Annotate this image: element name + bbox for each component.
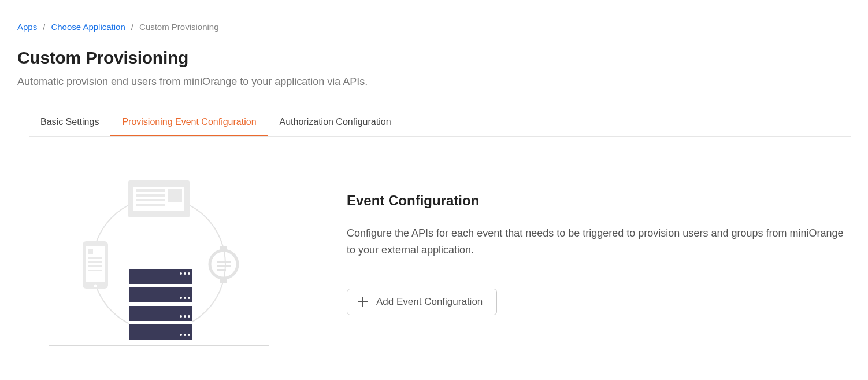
svg-rect-21 xyxy=(217,269,226,271)
svg-rect-24 xyxy=(129,306,192,321)
svg-rect-6 xyxy=(136,204,165,206)
tab-provisioning-event-configuration[interactable]: Provisioning Event Configuration xyxy=(110,108,268,136)
svg-rect-13 xyxy=(88,265,102,267)
illustration xyxy=(17,172,301,346)
breadcrumb-choose-application[interactable]: Choose Application xyxy=(51,22,125,32)
svg-rect-22 xyxy=(129,269,192,284)
svg-rect-12 xyxy=(88,261,102,263)
svg-point-15 xyxy=(94,285,97,287)
svg-rect-5 xyxy=(136,199,165,201)
svg-rect-20 xyxy=(217,265,231,267)
svg-rect-23 xyxy=(129,287,192,302)
svg-rect-11 xyxy=(88,257,102,259)
svg-rect-3 xyxy=(136,189,165,192)
svg-point-31 xyxy=(188,297,190,299)
svg-rect-10 xyxy=(88,249,93,254)
svg-point-26 xyxy=(180,272,182,275)
breadcrumb-separator: / xyxy=(131,22,133,32)
svg-point-29 xyxy=(180,297,182,299)
svg-point-32 xyxy=(180,315,182,318)
section-title: Event Configuration xyxy=(347,193,851,209)
svg-point-27 xyxy=(184,272,186,275)
page-title: Custom Provisioning xyxy=(17,48,851,68)
svg-point-34 xyxy=(188,315,190,318)
svg-rect-19 xyxy=(217,261,231,263)
breadcrumb-current: Custom Provisioning xyxy=(139,22,219,32)
svg-rect-7 xyxy=(168,189,182,202)
svg-rect-41 xyxy=(129,340,192,345)
svg-point-16 xyxy=(210,250,238,278)
svg-point-37 xyxy=(188,334,190,336)
add-event-configuration-button[interactable]: Add Event Configuration xyxy=(347,289,497,315)
add-event-label: Add Event Configuration xyxy=(376,296,483,308)
svg-rect-14 xyxy=(88,270,102,271)
plus-icon xyxy=(358,297,368,307)
breadcrumb-apps[interactable]: Apps xyxy=(17,22,37,32)
tabs: Basic Settings Provisioning Event Config… xyxy=(29,108,851,137)
svg-rect-38 xyxy=(129,285,192,287)
svg-rect-4 xyxy=(136,194,165,197)
svg-point-28 xyxy=(188,272,190,275)
tab-authorization-configuration[interactable]: Authorization Configuration xyxy=(268,108,403,136)
svg-point-35 xyxy=(180,334,182,336)
svg-point-30 xyxy=(184,297,186,299)
svg-point-33 xyxy=(184,315,186,318)
breadcrumb-separator: / xyxy=(43,22,45,32)
svg-rect-17 xyxy=(220,246,227,252)
svg-rect-18 xyxy=(220,277,227,283)
devices-illustration-icon xyxy=(72,172,246,345)
breadcrumb: Apps / Choose Application / Custom Provi… xyxy=(17,0,851,48)
section-description: Configure the APIs for each event that n… xyxy=(347,225,851,259)
svg-rect-25 xyxy=(129,324,192,340)
page-subtitle: Automatic provision end users from miniO… xyxy=(17,76,851,88)
svg-rect-39 xyxy=(129,303,192,305)
svg-point-36 xyxy=(184,334,186,336)
tab-basic-settings[interactable]: Basic Settings xyxy=(29,108,110,136)
svg-rect-40 xyxy=(129,322,192,324)
